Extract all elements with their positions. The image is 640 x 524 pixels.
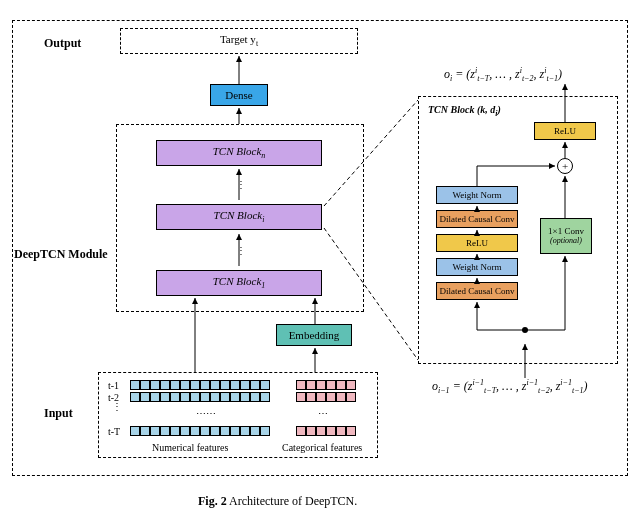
arrow-wn2-to-plus xyxy=(477,166,555,186)
expand-line-bot xyxy=(324,228,418,360)
expand-line-top xyxy=(324,100,418,206)
ellipsis-vert-top: ⋮ xyxy=(236,179,246,190)
arrow-split-to-dcc1 xyxy=(477,302,525,330)
arrows-svg: ⋮ ⋮ xyxy=(0,0,640,524)
ellipsis-vert-bot: ⋮ xyxy=(236,245,246,256)
arrow-split-to-conv1 xyxy=(525,256,565,330)
